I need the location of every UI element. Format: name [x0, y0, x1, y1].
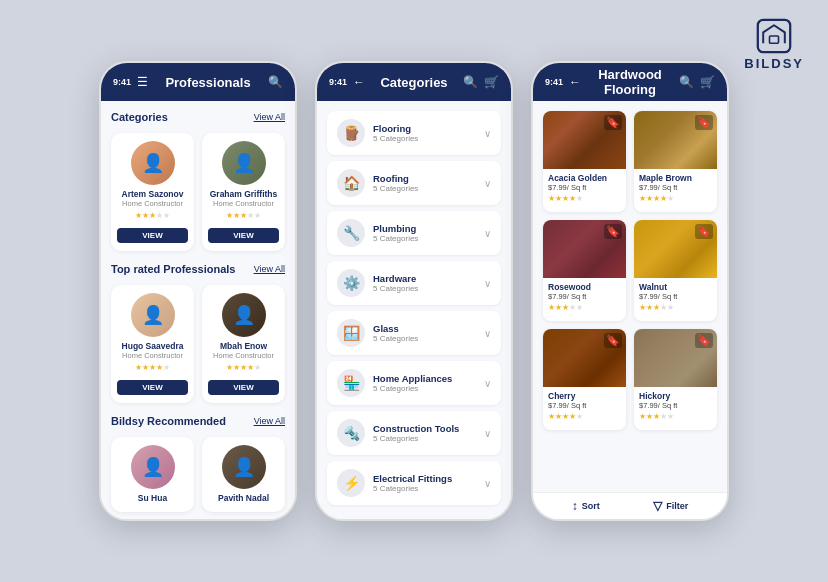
phone2-header: 9:41 ← Categories 🔍 🛒: [317, 63, 511, 101]
cat-count-electrical: 5 Categories: [373, 484, 452, 493]
recommended-view-all[interactable]: View All: [254, 416, 285, 426]
stars-sazonov: ★★★★★: [117, 211, 188, 220]
phone1-header-icons: 🔍: [268, 75, 283, 89]
bookmark-walnut[interactable]: 🔖: [695, 224, 713, 239]
cat-name-electrical: Electrical Fittings: [373, 473, 452, 484]
cat-name-appliances: Home Appliances: [373, 373, 452, 384]
search-icon-2[interactable]: 🔍: [463, 75, 478, 89]
cat-roofing[interactable]: 🏠 Roofing 5 Categories ∨: [327, 161, 501, 205]
stars-walnut: ★★★★★: [639, 303, 712, 312]
chevron-appliances: ∨: [484, 378, 491, 389]
phone2-status-time: 9:41: [329, 77, 347, 87]
product-name-maple: Maple Brown: [639, 173, 712, 183]
cat-name-construction: Construction Tools: [373, 423, 459, 434]
cat-name-roofing: Roofing: [373, 173, 418, 184]
recommended-section-header: Bildsy Recommended View All: [111, 415, 285, 427]
bookmark-acacia[interactable]: 🔖: [604, 115, 622, 130]
prof-card-hugo: 👤 Hugo Saavedra Home Constructor ★★★★★ V…: [111, 285, 194, 403]
cart-icon-3[interactable]: 🛒: [700, 75, 715, 89]
product-grid: 🔖 Acacia Golden $7.99/ Sq ft ★★★★★ 🔖 Map…: [543, 111, 717, 430]
bookmark-maple[interactable]: 🔖: [695, 115, 713, 130]
phone3-header-left: 9:41 ←: [545, 75, 581, 89]
cat-flooring[interactable]: 🪵 Flooring 5 Categories ∨: [327, 111, 501, 155]
bookmark-hickory[interactable]: 🔖: [695, 333, 713, 348]
sort-button[interactable]: ↕ Sort: [572, 499, 600, 513]
construction-icon: 🔩: [337, 419, 365, 447]
cat-count-glass: 5 Categories: [373, 334, 418, 343]
back-arrow-icon[interactable]: ←: [353, 75, 365, 89]
phone3-header: 9:41 ← Hardwood Flooring 🔍 🛒: [533, 63, 727, 101]
recommended-grid: 👤 Su Hua 👤 Pavith Nadal: [111, 437, 285, 511]
appliances-icon: 🏪: [337, 369, 365, 397]
cat-hardware[interactable]: ⚙️ Hardware 5 Categories ∨: [327, 261, 501, 305]
phone3-header-icons: 🔍 🛒: [679, 75, 715, 89]
glass-icon: 🪟: [337, 319, 365, 347]
chevron-glass: ∨: [484, 328, 491, 339]
avatar-sazonov: 👤: [131, 141, 175, 185]
cat-glass[interactable]: 🪟 Glass 5 Categories ∨: [327, 311, 501, 355]
hardware-icon: ⚙️: [337, 269, 365, 297]
stars-maple: ★★★★★: [639, 194, 712, 203]
prof-name-hugo: Hugo Saavedra: [117, 341, 188, 351]
cat-count-hardware: 5 Categories: [373, 284, 418, 293]
product-hickory[interactable]: 🔖 Hickory $7.99/ Sq ft ★★★★★: [634, 329, 717, 430]
roofing-icon: 🏠: [337, 169, 365, 197]
product-price-walnut: $7.99/ Sq ft: [639, 292, 712, 301]
cart-icon[interactable]: 🛒: [484, 75, 499, 89]
top-rated-label: Top rated Professionals: [111, 263, 236, 275]
sort-label: Sort: [582, 501, 600, 511]
view-btn-mbah[interactable]: VIEW: [208, 380, 279, 395]
prof-name-mbah: Mbah Enow: [208, 341, 279, 351]
view-btn-hugo[interactable]: VIEW: [117, 380, 188, 395]
product-cherry[interactable]: 🔖 Cherry $7.99/ Sq ft ★★★★★: [543, 329, 626, 430]
cat-name-glass: Glass: [373, 323, 418, 334]
cat-plumbing[interactable]: 🔧 Plumbing 5 Categories ∨: [327, 211, 501, 255]
prof-role-mbah: Home Constructor: [208, 351, 279, 360]
cat-electrical[interactable]: ⚡ Electrical Fittings 5 Categories ∨: [327, 461, 501, 505]
prof-card-griffiths: 👤 Graham Griffiths Home Constructor ★★★★…: [202, 133, 285, 251]
chevron-hardware: ∨: [484, 278, 491, 289]
prof-name-pavith: Pavith Nadal: [208, 493, 279, 503]
cat-construction[interactable]: 🔩 Construction Tools 5 Categories ∨: [327, 411, 501, 455]
product-acacia[interactable]: 🔖 Acacia Golden $7.99/ Sq ft ★★★★★: [543, 111, 626, 212]
hamburger-icon[interactable]: ☰: [137, 75, 148, 89]
search-icon-3[interactable]: 🔍: [679, 75, 694, 89]
product-name-cherry: Cherry: [548, 391, 621, 401]
avatar-pavith: 👤: [222, 445, 266, 489]
product-maple[interactable]: 🔖 Maple Brown $7.99/ Sq ft ★★★★★: [634, 111, 717, 212]
cat-appliances[interactable]: 🏪 Home Appliances 5 Categories ∨: [327, 361, 501, 405]
product-price-rosewood: $7.99/ Sq ft: [548, 292, 621, 301]
search-icon[interactable]: 🔍: [268, 75, 283, 89]
phone1-header-left: 9:41 ☰: [113, 75, 148, 89]
product-rosewood[interactable]: 🔖 Rosewood $7.99/ Sq ft ★★★★★: [543, 220, 626, 321]
phone3-body: 🔖 Acacia Golden $7.99/ Sq ft ★★★★★ 🔖 Map…: [533, 101, 727, 492]
bookmark-cherry[interactable]: 🔖: [604, 333, 622, 348]
stars-griffiths: ★★★★★: [208, 211, 279, 220]
stars-hugo: ★★★★★: [117, 363, 188, 372]
stars-hickory: ★★★★★: [639, 412, 712, 421]
view-btn-sazonov[interactable]: VIEW: [117, 228, 188, 243]
bookmark-rosewood[interactable]: 🔖: [604, 224, 622, 239]
phone1-header: 9:41 ☰ Professionals 🔍: [101, 63, 295, 101]
phone2-header-icons: 🔍 🛒: [463, 75, 499, 89]
product-price-hickory: $7.99/ Sq ft: [639, 401, 712, 410]
categories-view-all[interactable]: View All: [254, 112, 285, 122]
product-walnut[interactable]: 🔖 Walnut $7.99/ Sq ft ★★★★★: [634, 220, 717, 321]
prof-role-hugo: Home Constructor: [117, 351, 188, 360]
phone2-header-left: 9:41 ←: [329, 75, 365, 89]
filter-label: Filter: [666, 501, 688, 511]
phones-container: 9:41 ☰ Professionals 🔍 Categories View A…: [99, 61, 729, 521]
view-btn-griffiths[interactable]: VIEW: [208, 228, 279, 243]
prof-card-suhua: 👤 Su Hua: [111, 437, 194, 511]
filter-button[interactable]: ▽ Filter: [653, 499, 688, 513]
top-rated-grid: 👤 Hugo Saavedra Home Constructor ★★★★★ V…: [111, 285, 285, 403]
back-arrow-icon-3[interactable]: ←: [569, 75, 581, 89]
recommended-label: Bildsy Recommended: [111, 415, 226, 427]
phone1-status-time: 9:41: [113, 77, 131, 87]
top-rated-view-all[interactable]: View All: [254, 264, 285, 274]
product-price-maple: $7.99/ Sq ft: [639, 183, 712, 192]
phone3-title: Hardwood Flooring: [581, 67, 679, 97]
avatar-hugo: 👤: [131, 293, 175, 337]
logo-text: BILDSY: [744, 56, 804, 71]
stars-mbah: ★★★★★: [208, 363, 279, 372]
